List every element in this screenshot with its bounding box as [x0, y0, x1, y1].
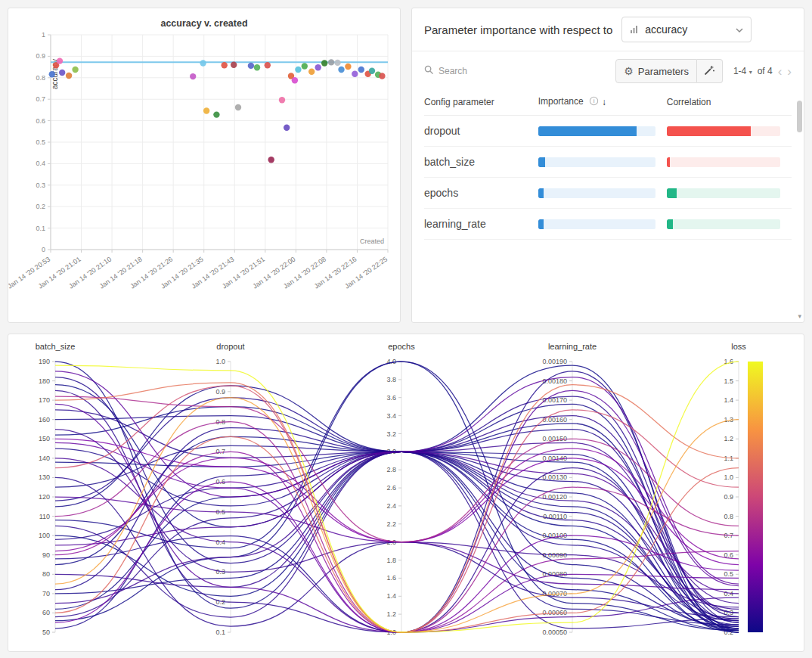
parameter-row[interactable]: dropout [424, 116, 792, 147]
svg-text:1.0: 1.0 [724, 473, 733, 481]
scatter-point[interactable] [268, 157, 274, 163]
svg-text:0.5: 0.5 [36, 138, 45, 146]
chevron-left-icon[interactable]: ‹ [778, 65, 783, 78]
svg-text:0.2: 0.2 [36, 203, 45, 210]
svg-text:100: 100 [39, 532, 50, 539]
col-importance[interactable]: Importance i ↓ [538, 89, 667, 116]
scatter-point[interactable] [295, 67, 301, 73]
correlation-bar-track [667, 126, 781, 136]
accuracy-scatter-panel: accuracy v. created 00.10.20.30.40.50.60… [8, 8, 401, 323]
parameter-row[interactable]: epochs [424, 178, 792, 209]
chevron-right-icon[interactable]: › [787, 65, 792, 78]
svg-text:2.4: 2.4 [386, 502, 396, 510]
caret-down-icon: ▾ [749, 69, 752, 76]
run-line[interactable] [55, 404, 739, 629]
run-line[interactable] [55, 482, 739, 632]
run-line[interactable] [55, 430, 739, 607]
scatter-point[interactable] [66, 73, 72, 79]
parameter-name: dropout [424, 116, 538, 147]
svg-text:1.2: 1.2 [724, 435, 733, 442]
svg-text:3.6: 3.6 [386, 394, 396, 402]
scatter-point[interactable] [231, 62, 237, 68]
col-importance-label: Importance [538, 96, 584, 107]
scrollbar-thumb[interactable] [797, 101, 802, 132]
parameter-importance-panel: Parameter importance with respect to acc… [411, 8, 804, 323]
correlation-bar-fill [667, 188, 677, 198]
scatter-point[interactable] [321, 60, 327, 66]
scatter-point[interactable] [358, 67, 364, 73]
scatter-point[interactable] [235, 104, 241, 110]
run-line[interactable] [55, 448, 739, 625]
importance-toolbar: ⚙ Parameters 1-4 ▾ of 4 ‹ [412, 51, 804, 88]
svg-text:batch_size: batch_size [36, 342, 76, 351]
scroll-down-icon[interactable]: ▾ [798, 312, 801, 320]
scatter-point[interactable] [248, 63, 254, 69]
run-line[interactable] [55, 371, 739, 632]
scatter-point[interactable] [254, 64, 260, 70]
scatter-chart-title: accuracy v. created [8, 8, 400, 29]
parameter-row[interactable]: batch_size [424, 147, 792, 178]
svg-text:1.6: 1.6 [386, 574, 396, 582]
parallel-coordinates-chart[interactable]: batch_size506070809010011012013014015016… [11, 339, 801, 646]
scatter-point[interactable] [379, 73, 385, 79]
scatter-point[interactable] [328, 59, 334, 65]
search-input[interactable] [439, 66, 529, 76]
scatter-point[interactable] [292, 77, 298, 83]
svg-text:0.9: 0.9 [215, 388, 225, 396]
svg-text:epochs: epochs [388, 342, 415, 351]
scatter-point[interactable] [222, 62, 228, 68]
parallel-svg: batch_size506070809010011012013014015016… [11, 339, 798, 643]
run-line[interactable] [55, 362, 739, 629]
svg-text:2.2: 2.2 [386, 520, 396, 528]
svg-text:0.5: 0.5 [724, 570, 733, 578]
sort-descending-icon[interactable]: ↓ [602, 97, 606, 107]
scatter-point[interactable] [213, 111, 219, 117]
svg-text:0.7: 0.7 [36, 95, 45, 103]
svg-text:1.4: 1.4 [386, 592, 396, 600]
metric-dropdown[interactable]: accuracy [621, 17, 752, 42]
scatter-point[interactable] [203, 107, 209, 113]
importance-bar-track [538, 188, 655, 198]
info-icon[interactable]: i [589, 96, 599, 108]
correlation-bar-fill [667, 219, 673, 229]
parameter-row[interactable]: learning_rate [424, 209, 792, 240]
scatter-point[interactable] [49, 71, 55, 77]
run-line[interactable] [55, 362, 739, 629]
correlation-bar-track [667, 157, 781, 167]
scatter-point[interactable] [200, 60, 206, 66]
scatter-point[interactable] [345, 64, 351, 70]
scatter-point[interactable] [190, 73, 196, 79]
svg-text:50: 50 [42, 629, 50, 636]
scatter-point[interactable] [265, 62, 271, 68]
chevron-down-icon [736, 23, 743, 36]
svg-text:150: 150 [39, 435, 50, 442]
scatter-point[interactable] [302, 63, 308, 69]
parameter-name: learning_rate [424, 209, 538, 240]
scatter-point[interactable] [284, 125, 290, 131]
scatter-point[interactable] [338, 67, 344, 73]
svg-text:80: 80 [42, 570, 50, 578]
scatter-point[interactable] [315, 64, 321, 70]
importance-bar-track [538, 157, 655, 167]
correlation-bar-track [667, 219, 781, 229]
svg-text:140: 140 [39, 455, 50, 462]
gear-icon: ⚙ [624, 66, 634, 76]
col-config-parameter[interactable]: Config parameter [424, 89, 538, 116]
scatter-point[interactable] [57, 57, 63, 64]
importance-panel-title: Parameter importance with respect to [424, 23, 612, 36]
scatter-point[interactable] [279, 97, 285, 103]
svg-text:0.00190: 0.00190 [542, 358, 567, 365]
parameters-button[interactable]: ⚙ Parameters [615, 59, 697, 83]
scatter-point[interactable] [352, 71, 358, 77]
pagination-range[interactable]: 1-4 ▾ [733, 66, 752, 76]
scatter-point[interactable] [334, 60, 340, 66]
magic-wand-button[interactable] [697, 59, 723, 83]
search-box[interactable] [424, 64, 615, 78]
scatter-point[interactable] [59, 70, 65, 76]
scatter-point[interactable] [308, 69, 315, 75]
accuracy-vs-created-chart[interactable]: 00.10.20.30.40.50.60.70.80.91Jan 14 '20 … [8, 29, 400, 312]
scatter-point[interactable] [72, 67, 78, 73]
col-correlation[interactable]: Correlation [667, 89, 792, 116]
scatter-point[interactable] [369, 68, 375, 74]
svg-text:170: 170 [39, 396, 50, 404]
